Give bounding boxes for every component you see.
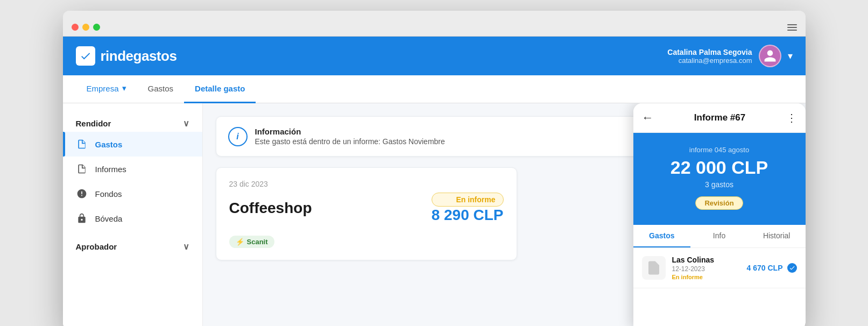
gastos-count: 3 gastos <box>644 180 795 189</box>
panel-blue-section: informe 045 agosto 22 000 CLP 3 gastos R… <box>633 133 806 225</box>
gastos-icon <box>76 138 88 150</box>
close-button[interactable] <box>72 24 79 31</box>
back-icon[interactable]: ← <box>642 111 654 125</box>
logo-text: rindegastos <box>101 48 177 65</box>
scanit-badge: ⚡ Scanit <box>229 236 274 248</box>
app-nav: Empresa ▾ Gastos Detalle gasto <box>63 75 806 103</box>
panel-title: Informe #67 <box>694 112 745 123</box>
minimize-button[interactable] <box>82 24 89 31</box>
chevron-down-icon: ∨ <box>183 242 189 252</box>
panel-header: ← Informe #67 ⋮ <box>633 103 806 133</box>
expense-amount: 8 290 CLP <box>432 207 504 224</box>
fondos-icon <box>76 188 88 200</box>
expense-item-date: 12-12-2023 <box>672 265 740 273</box>
sidebar: Rendidor ∨ Gastos Informes <box>63 103 203 326</box>
avatar[interactable] <box>759 45 781 67</box>
header-user: Catalina Palma Segovia catalina@empresa.… <box>667 45 792 67</box>
panel-menu-icon[interactable]: ⋮ <box>786 111 797 124</box>
expense-item-name: Las Colinas <box>672 256 740 264</box>
logo-area: rindegastos <box>76 46 177 66</box>
informe-label: informe 045 agosto <box>644 146 795 154</box>
sidebar-item-gastos[interactable]: Gastos <box>63 132 202 157</box>
expense-status-badge: En informe <box>432 193 504 207</box>
main-layout: Rendidor ∨ Gastos Informes <box>63 103 806 326</box>
expense-date: 23 dic 2023 <box>229 180 504 188</box>
logo-icon <box>76 46 95 66</box>
sidebar-item-fondos[interactable]: Fondos <box>63 181 202 206</box>
tab-historial[interactable]: Historial <box>748 225 806 247</box>
nav-gastos[interactable]: Gastos <box>137 75 185 103</box>
panel-tabs: Gastos Info Historial <box>633 225 806 248</box>
user-info: Catalina Palma Segovia catalina@empresa.… <box>667 48 752 65</box>
expense-card: 23 dic 2023 Coffeeshop En informe 8 290 … <box>216 167 517 260</box>
expense-item-info: Las Colinas 12-12-2023 En informe <box>672 256 740 280</box>
chevron-down-icon: ▾ <box>122 83 126 93</box>
nav-empresa[interactable]: Empresa ▾ <box>76 75 137 103</box>
chevron-down-icon: ∨ <box>183 118 189 129</box>
expense-name: Coffeeshop <box>229 200 312 217</box>
sidebar-item-informes[interactable]: Informes <box>63 157 202 181</box>
lightning-icon: ⚡ <box>236 238 244 246</box>
header-chevron-icon[interactable]: ▾ <box>788 50 793 62</box>
browser-window: rindegastos Catalina Palma Segovia catal… <box>63 11 806 326</box>
content-area: i Información Este gasto está dentro de … <box>203 103 806 326</box>
tab-info[interactable]: Info <box>690 225 748 247</box>
app-header: rindegastos Catalina Palma Segovia catal… <box>63 37 806 75</box>
sidebar-item-boveda[interactable]: Bóveda <box>63 206 202 231</box>
expense-item-amount: 4 670 CLP <box>747 264 783 272</box>
expense-thumbnail <box>642 256 666 280</box>
expense-item-status: En informe <box>672 274 740 280</box>
traffic-lights <box>72 24 100 31</box>
expense-name-row: Coffeeshop En informe 8 290 CLP <box>229 193 504 224</box>
panel-amount: 22 000 CLP <box>644 157 795 178</box>
tab-gastos[interactable]: Gastos <box>633 225 691 247</box>
browser-chrome <box>63 11 806 37</box>
sidebar-section-aprobador[interactable]: Aprobador ∨ <box>63 235 202 255</box>
revision-badge: Revisión <box>695 196 743 210</box>
maximize-button[interactable] <box>93 24 100 31</box>
user-name: Catalina Palma Segovia <box>667 48 752 56</box>
browser-menu-icon[interactable] <box>787 24 797 31</box>
informes-icon <box>76 163 88 175</box>
app-container: rindegastos Catalina Palma Segovia catal… <box>63 37 806 326</box>
sidebar-section-rendidor[interactable]: Rendidor ∨ <box>63 112 202 132</box>
check-icon <box>787 263 797 273</box>
user-email: catalina@empresa.com <box>667 56 752 65</box>
boveda-icon <box>76 212 88 224</box>
info-circle-icon: i <box>228 127 248 146</box>
panel-expense-item[interactable]: Las Colinas 12-12-2023 En informe 4 670 … <box>633 248 806 288</box>
mobile-panel: ← Informe #67 ⋮ informe 045 agosto 22 00… <box>633 103 806 326</box>
nav-detalle-gasto[interactable]: Detalle gasto <box>184 75 256 103</box>
